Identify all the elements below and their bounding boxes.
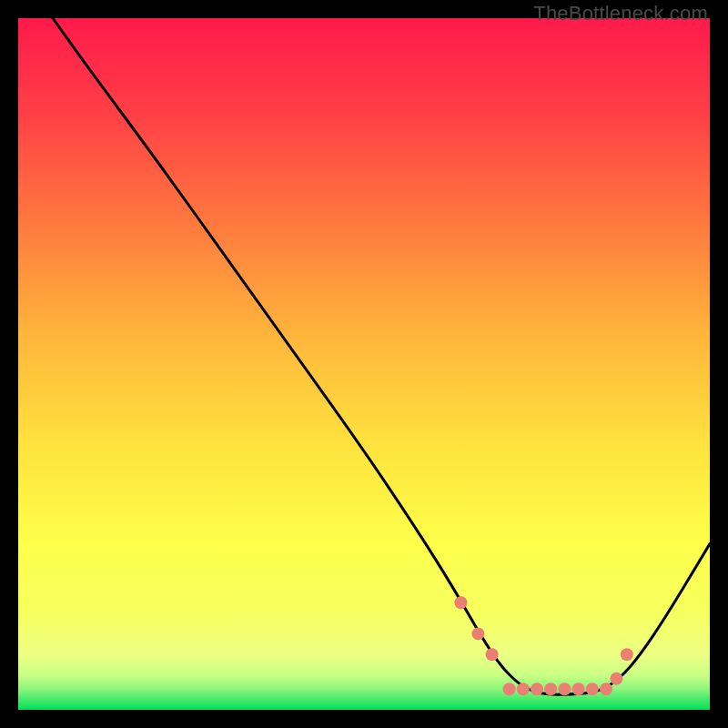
- marker-dot: [454, 596, 467, 609]
- marker-dot: [572, 682, 585, 695]
- gradient-background: [18, 18, 710, 710]
- marker-dot: [586, 682, 599, 695]
- marker-dot: [544, 682, 557, 695]
- marker-dot: [517, 682, 530, 695]
- chart-frame: [18, 18, 710, 710]
- chart-svg: [18, 18, 710, 710]
- marker-dot: [610, 672, 622, 685]
- plot-area: [18, 18, 710, 710]
- marker-dot: [503, 682, 516, 695]
- marker-dot: [621, 648, 633, 661]
- watermark-text: TheBottleneck.com: [533, 2, 708, 25]
- marker-dot: [600, 682, 612, 695]
- marker-dot: [471, 627, 484, 640]
- marker-dot: [486, 648, 499, 661]
- marker-dot: [558, 682, 571, 695]
- marker-dot: [531, 682, 543, 695]
